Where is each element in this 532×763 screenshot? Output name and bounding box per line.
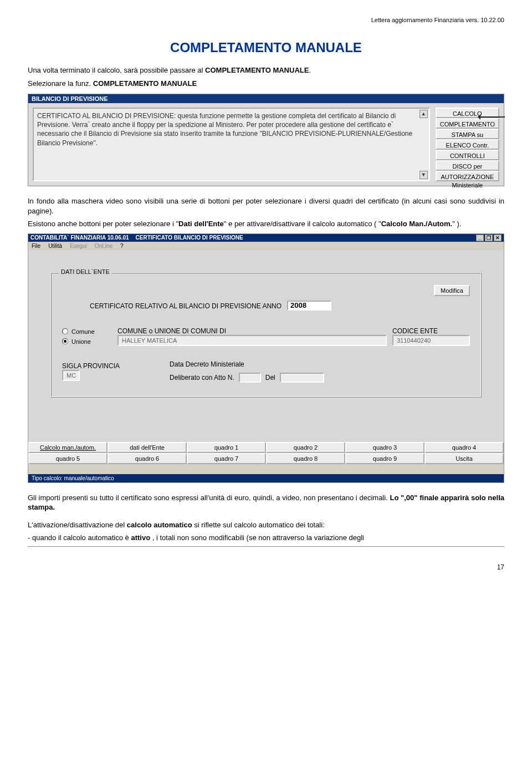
- app-titlebar: CONTABILITA` FINANZIARIA 10.06.01 CERTIF…: [28, 234, 504, 242]
- intro-p2: Selezionare la funz. COMPLETAMENTO MANUA…: [28, 79, 504, 89]
- mid-p1: In fondo alla maschera video sono visibi…: [28, 196, 504, 216]
- menu-file[interactable]: File: [32, 243, 40, 249]
- btn-dati-ente[interactable]: dati dell'Ente: [108, 442, 187, 453]
- intro-p1: Una volta terminato il calcolo, sarà pos…: [28, 65, 504, 75]
- btn-quadro3[interactable]: quadro 3: [345, 442, 424, 453]
- menu-button-controlli[interactable]: CONTROLLI Ministeriali: [436, 150, 499, 160]
- data-decreto-label: Data Decreto Ministeriale: [170, 360, 324, 368]
- minimize-icon[interactable]: _: [476, 235, 484, 241]
- del-label: Del: [265, 374, 275, 382]
- app-subtitle: CERTIFICATO BILANCIO DI PREVISIONE: [136, 235, 243, 241]
- screenshot-app-window: CONTABILITA` FINANZIARIA 10.06.01 CERTIF…: [28, 233, 504, 483]
- quadro-button-row2: quadro 5 quadro 6 quadro 7 quadro 8 quad…: [28, 453, 504, 464]
- dati-ente-group: DATI DELL`ENTE Modifica CERTIFICATO RELA…: [50, 272, 482, 398]
- menu-esegui: Esegui: [70, 243, 87, 249]
- text: Selezionare la funz.: [28, 79, 93, 88]
- page-title: COMPLETAMENTO MANUALE: [28, 40, 504, 55]
- btn-quadro7[interactable]: quadro 7: [187, 453, 266, 464]
- description-text: CERTIFICATO AL BILANCIO DI PREVISIONE: q…: [37, 112, 412, 147]
- menu-button-elenco[interactable]: ELENCO Contr. Ministeriali: [436, 139, 499, 150]
- modifica-button[interactable]: Modifica: [434, 285, 470, 296]
- del-date-input[interactable]: [280, 373, 324, 383]
- btn-quadro6[interactable]: quadro 6: [108, 453, 187, 464]
- text: Una volta terminato il calcolo, sarà pos…: [28, 66, 205, 74]
- btn-quadro9[interactable]: quadro 9: [345, 453, 424, 464]
- app-title: CONTABILITA` FINANZIARIA 10.06.01: [30, 235, 129, 241]
- close-icon[interactable]: ✕: [494, 235, 502, 241]
- panel-titlebar: BILANCIO DI PREVISIONE: [28, 94, 504, 103]
- scroll-up-icon[interactable]: ▲: [420, 110, 428, 118]
- atto-input[interactable]: [239, 373, 261, 383]
- scroll-down-icon[interactable]: ▼: [420, 171, 428, 179]
- maximize-icon[interactable]: ❐: [485, 235, 493, 241]
- btn-uscita[interactable]: Uscita: [424, 453, 504, 464]
- menu-button-stampa[interactable]: STAMPA su Modello: [436, 129, 499, 139]
- sigla-label: SIGLA PROVINCIA: [62, 362, 120, 370]
- group-title: DATI DELL`ENTE: [59, 268, 112, 275]
- description-textarea: CERTIFICATO AL BILANCIO DI PREVISIONE: q…: [33, 108, 430, 181]
- btn-calcolo-man[interactable]: Calcolo man./autom.: [28, 442, 108, 453]
- radio-unione[interactable]: Unione: [62, 338, 112, 345]
- menu-utilita[interactable]: Utilità: [48, 243, 62, 249]
- status-bar: Tipo calcolo: manuale/automatico: [28, 474, 504, 482]
- comune-label: COMUNE o UNIONE DI COMUNI DI: [117, 327, 387, 335]
- btn-quadro2[interactable]: quadro 2: [266, 442, 345, 453]
- codice-label: CODICE ENTE: [392, 327, 470, 335]
- menu-button-column: CALCOLO Automatico COMPLETAMENTO STAMPA …: [436, 108, 499, 181]
- comune-input[interactable]: HALLEY MATELICA: [117, 335, 387, 346]
- btn-quadro5[interactable]: quadro 5: [28, 453, 108, 464]
- app-menubar: File Utilità Esegui OnLine ?: [28, 242, 504, 250]
- menu-online: OnLine: [95, 243, 112, 249]
- text-bold: COMPLETAMENTO MANUALE: [93, 79, 197, 88]
- cert-label: CERTIFICATO RELATIVO AL BILANCIO DI PREV…: [90, 302, 282, 310]
- btn-quadro8[interactable]: quadro 8: [266, 453, 345, 464]
- quadro-button-row1: Calcolo man./autom. dati dell'Ente quadr…: [28, 442, 504, 453]
- btn-quadro1[interactable]: quadro 1: [187, 442, 266, 453]
- menu-button-completamento[interactable]: COMPLETAMENTO: [436, 118, 499, 129]
- text: .: [309, 66, 311, 74]
- sigla-input[interactable]: MC: [62, 370, 80, 381]
- page-number: 17: [28, 563, 504, 571]
- doc-header: Lettera aggiornamento Finanziaria vers. …: [28, 17, 504, 23]
- deliberato-label: Deliberato con Atto N.: [170, 374, 234, 382]
- mid-p2: Esistono anche bottoni per poter selezio…: [28, 219, 504, 229]
- foot-li1: - quando il calcolo automatico è attivo …: [28, 533, 504, 543]
- codice-input[interactable]: 3110440240: [392, 335, 470, 346]
- menu-button-autorizzazione[interactable]: AUTORIZZAZIONE Ministeriale: [436, 171, 499, 181]
- foot-p1: Gli importi presenti su tutto il certifi…: [28, 493, 504, 512]
- year-value: 2008: [290, 301, 306, 309]
- footer-rule: [28, 546, 504, 547]
- pointer-arrow-icon: [479, 116, 505, 118]
- menu-help[interactable]: ?: [120, 243, 124, 249]
- text-bold: COMPLETAMENTO MANUALE: [205, 66, 309, 74]
- radio-comune[interactable]: Comune: [62, 328, 112, 335]
- menu-button-disco[interactable]: DISCO per Ministero: [436, 160, 499, 171]
- screenshot-menu-panel: BILANCIO DI PREVISIONE CERTIFICATO AL BI…: [28, 94, 504, 186]
- btn-quadro4[interactable]: quadro 4: [424, 442, 504, 453]
- foot-p2: L'attivazione/disattivazione del calcolo…: [28, 520, 504, 530]
